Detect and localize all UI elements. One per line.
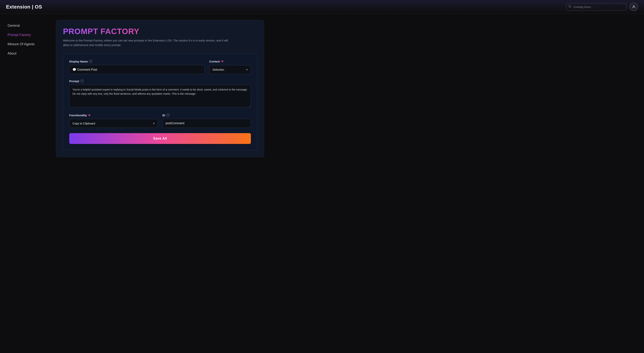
display-name-label: Display Name ? — [69, 60, 205, 63]
id-help-icon[interactable]: ? — [166, 113, 170, 117]
sidebar-item-general[interactable]: General — [4, 22, 48, 30]
form-card: Display Name ? Context ✳ Selection — [63, 53, 257, 150]
sidebar-item-prompt-factory[interactable]: Prompt Factory — [4, 31, 48, 39]
context-sparkle-icon: ✳ — [221, 60, 224, 63]
functionality-select-wrapper: Copy to Clipboard Insert Replace ▼ — [69, 119, 158, 128]
id-input[interactable] — [162, 119, 251, 128]
prompt-help-icon[interactable]: ? — [80, 79, 84, 83]
display-name-help-icon[interactable]: ? — [89, 60, 92, 63]
save-all-button[interactable]: Save All — [69, 133, 251, 144]
display-name-input[interactable] — [69, 65, 205, 74]
layout: General Prompt Factory Mixture Of Agents… — [0, 14, 644, 353]
content-card: PROMPT FACTORY Welcome to the Prompt Fac… — [56, 20, 264, 157]
prompt-textarea[interactable]: You're a helpful assistant expert in rep… — [69, 85, 251, 107]
functionality-label: Functionality ✳ — [69, 113, 158, 117]
search-icon — [568, 5, 571, 9]
svg-point-0 — [569, 5, 571, 8]
header: Extension | OS — [0, 0, 644, 14]
prompt-section: Prompt ? You're a helpful assistant expe… — [69, 79, 251, 108]
sidebar: General Prompt Factory Mixture Of Agents… — [0, 14, 53, 353]
sidebar-item-mixture-of-agents[interactable]: Mixture Of Agents — [4, 40, 48, 49]
context-group: Context ✳ Selection Page None ▼ — [209, 60, 251, 74]
sidebar-item-about[interactable]: About — [4, 49, 48, 58]
id-label: ID ? — [162, 113, 251, 117]
main-content: PROMPT FACTORY Welcome to the Prompt Fac… — [53, 14, 644, 353]
page-title: PROMPT FACTORY — [63, 27, 257, 36]
search-input[interactable] — [566, 3, 626, 11]
header-right — [566, 3, 638, 11]
context-label: Context ✳ — [209, 60, 251, 63]
context-select-wrapper: Selection Page None ▼ — [209, 65, 251, 74]
svg-point-2 — [633, 6, 634, 7]
id-group: ID ? — [162, 113, 251, 128]
functionality-select[interactable]: Copy to Clipboard Insert Replace — [69, 119, 158, 128]
display-context-row: Display Name ? Context ✳ Selection — [69, 60, 251, 74]
svg-line-1 — [570, 7, 571, 8]
search-container — [566, 3, 626, 11]
functionality-id-row: Functionality ✳ Copy to Clipboard Insert… — [69, 113, 251, 128]
app-title: Extension | OS — [6, 4, 42, 10]
prompt-label: Prompt ? — [69, 79, 251, 83]
display-name-group: Display Name ? — [69, 60, 205, 74]
functionality-sparkle-icon: ✳ — [88, 113, 90, 117]
context-select[interactable]: Selection Page None — [209, 65, 251, 74]
avatar-button[interactable] — [630, 3, 638, 11]
functionality-group: Functionality ✳ Copy to Clipboard Insert… — [69, 113, 158, 128]
page-subtitle: Welcome to the Prompt Factory, where you… — [63, 38, 233, 47]
